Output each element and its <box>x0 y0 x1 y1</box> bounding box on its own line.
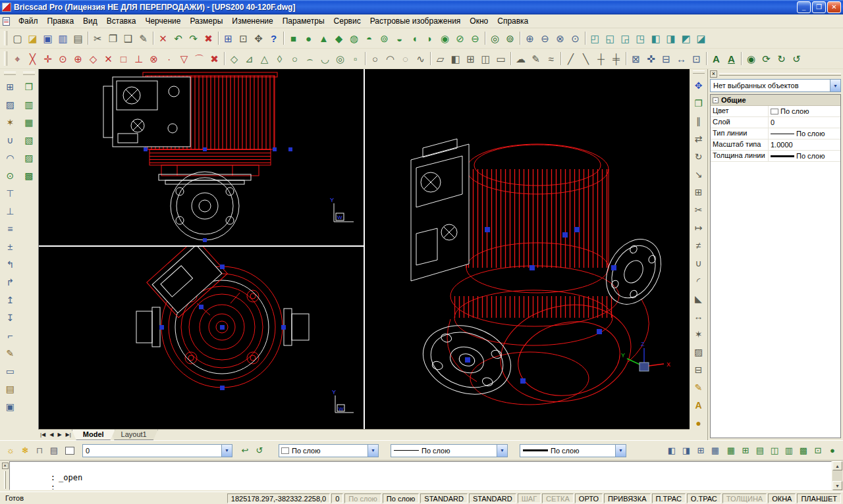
join-tool-icon[interactable]: ∪ <box>2 131 18 149</box>
sheet-set-icon[interactable]: ▤ <box>753 443 767 458</box>
drawing-canvas[interactable]: Y W <box>38 69 690 429</box>
solid-cone-icon[interactable]: ◓ <box>362 31 377 46</box>
layer-visibility-icon[interactable]: ☼ <box>3 443 18 458</box>
palette-handle[interactable] <box>719 73 841 76</box>
snap-perpendicular-icon[interactable]: ⊥ <box>131 51 146 66</box>
align-top-icon[interactable]: ⊤ <box>2 184 18 202</box>
tab-nav-button[interactable]: ▶ <box>55 430 63 440</box>
group-header-general[interactable]: - Общие <box>711 95 840 106</box>
print-icon[interactable]: ▤ <box>70 31 86 46</box>
arc-icon[interactable]: ◠ <box>383 51 398 66</box>
mesh-sphere-icon[interactable]: ○ <box>287 51 302 66</box>
array-icon[interactable]: ⊞ <box>691 183 707 201</box>
esnap-toggle[interactable]: ПРИВЯЗКА <box>604 493 650 503</box>
sketch-tool-icon[interactable]: ✎ <box>2 344 18 362</box>
snap-toggle[interactable]: ШАГ <box>518 493 541 503</box>
menu-item[interactable]: Вставка <box>102 15 141 27</box>
group-icon[interactable]: ◫ <box>767 443 782 458</box>
tab-layout1[interactable]: Layout1 <box>110 430 158 440</box>
solid-wedge-icon[interactable]: ◆ <box>331 31 346 46</box>
draworder-front-icon[interactable]: ▦ <box>724 443 738 458</box>
property-value[interactable]: По слою <box>769 128 840 139</box>
tab-nav-button[interactable]: ◀ <box>47 430 55 440</box>
find-icon[interactable]: ⊡ <box>236 31 251 46</box>
vport-two-icon[interactable]: ▥ <box>21 95 37 113</box>
break-icon[interactable]: ≠ <box>691 236 707 254</box>
toolbar-button[interactable] <box>518 31 522 46</box>
command-drag-handle[interactable] <box>4 471 6 489</box>
hatch-icon[interactable]: ▨ <box>691 343 707 361</box>
vport-copy-icon[interactable]: ❐ <box>21 78 37 95</box>
view-manager-icon[interactable]: ⊞ <box>221 31 236 46</box>
view-right-icon[interactable]: ◳ <box>633 31 648 46</box>
toolbar-button[interactable] <box>624 51 628 66</box>
solid-dish-icon[interactable]: ◒ <box>392 31 407 46</box>
toolbar-button[interactable] <box>86 31 90 46</box>
cut-icon[interactable]: ✂ <box>90 31 105 46</box>
divide-icon[interactable]: ⊟ <box>659 51 674 66</box>
polyline-icon[interactable]: ≈ <box>543 51 558 66</box>
menu-item[interactable]: Черчение <box>140 15 185 27</box>
menu-item[interactable]: Справка <box>493 15 533 27</box>
viewport-isometric-view[interactable]: Y X Z <box>365 69 690 429</box>
chamfer-icon[interactable]: ◣ <box>691 290 707 307</box>
mesh-cone-icon[interactable]: ◊ <box>272 51 287 66</box>
menu-item[interactable]: Изменение <box>227 15 277 27</box>
table-icon[interactable]: ▩ <box>796 443 811 458</box>
close-button[interactable]: ✕ <box>827 1 841 13</box>
ucs-icon[interactable]: ◉ <box>744 51 759 66</box>
viewport-side-view[interactable]: Y W <box>39 69 364 245</box>
ray-icon[interactable]: ┼ <box>593 51 609 66</box>
dim-style-cell[interactable]: STANDARD <box>469 493 516 503</box>
current-layer-cell[interactable]: 0 <box>331 493 343 503</box>
selection-dropdown[interactable]: Нет выбранных объектов ▼ <box>710 79 841 92</box>
solid-sphere-icon[interactable]: ● <box>301 31 316 46</box>
toolbar-button[interactable] <box>222 51 227 66</box>
document-icon[interactable] <box>3 17 10 26</box>
ortho-toggle[interactable]: ОРТО <box>575 493 603 503</box>
snap-parallel-icon[interactable]: ⌒ <box>192 51 207 66</box>
vport-vertical-icon[interactable]: ▩ <box>21 166 37 184</box>
snap-tangent-icon[interactable]: ⊗ <box>146 51 161 66</box>
lineweight-toggle[interactable]: ТОЛЩИНА <box>722 493 767 503</box>
orbit-icon[interactable]: ⟳ <box>759 51 774 66</box>
title-bar[interactable]: Bricscad Pro (Лицензия НЕ ДЛЯ ПЕРЕПРОДАЖ… <box>0 0 843 14</box>
view-iso-ne-icon[interactable]: ◩ <box>678 31 693 46</box>
entity-tracking-toggle[interactable]: О.ТРАС <box>687 493 721 503</box>
solid-section-icon[interactable]: ⊖ <box>468 31 483 46</box>
toolbar-button[interactable] <box>428 51 433 66</box>
tab-model[interactable]: Model <box>72 430 115 440</box>
display-tool-icon[interactable]: ▣ <box>2 397 18 415</box>
intersect-icon[interactable]: ⊗ <box>553 31 568 46</box>
help-icon[interactable]: ? <box>266 31 281 46</box>
viewport-single-icon[interactable]: ◧ <box>665 443 679 458</box>
scroll-down-icon[interactable]: ▼ <box>832 481 842 490</box>
toolbar-button[interactable] <box>363 51 367 66</box>
dropdown-arrow-icon[interactable]: ▼ <box>367 445 378 457</box>
region-icon[interactable]: ⊚ <box>503 31 518 46</box>
boundary-set-icon[interactable]: ⊡ <box>689 51 704 66</box>
snap-toggle-icon[interactable]: ⌖ <box>10 51 25 66</box>
snap-nearest-icon[interactable]: ∙ <box>161 51 177 66</box>
save-icon[interactable]: ▣ <box>40 31 55 46</box>
command-scrollbar[interactable]: ▲ ▼ <box>832 461 842 490</box>
menu-item[interactable]: Сервис <box>329 15 366 27</box>
union-icon[interactable]: ⊕ <box>522 31 537 46</box>
copy-icon[interactable]: ❐ <box>105 31 121 46</box>
solid-revolve-icon[interactable]: ◉ <box>437 31 452 46</box>
image-manager-icon[interactable]: ▥ <box>782 443 796 458</box>
minimize-button[interactable]: _ <box>797 1 811 13</box>
vport-three-icon[interactable]: ▦ <box>21 113 37 131</box>
view-back-icon[interactable]: ◨ <box>663 31 678 46</box>
toolbar-button[interactable] <box>281 31 286 46</box>
dropdown-arrow-icon[interactable]: ▼ <box>615 445 626 457</box>
solid-extrude-icon[interactable]: ◗ <box>422 31 437 46</box>
dropdown-arrow-icon[interactable]: ▼ <box>830 80 840 91</box>
mirror-icon[interactable]: ⇄ <box>691 130 707 147</box>
lower-icon[interactable]: ↧ <box>2 309 18 326</box>
view-left-icon[interactable]: ◲ <box>618 31 633 46</box>
join-icon[interactable]: ∪ <box>691 254 707 272</box>
solid-cylinder-icon[interactable]: ◍ <box>346 31 362 46</box>
mtext-icon[interactable]: A <box>724 51 739 66</box>
circle-icon[interactable]: ○ <box>367 51 383 66</box>
